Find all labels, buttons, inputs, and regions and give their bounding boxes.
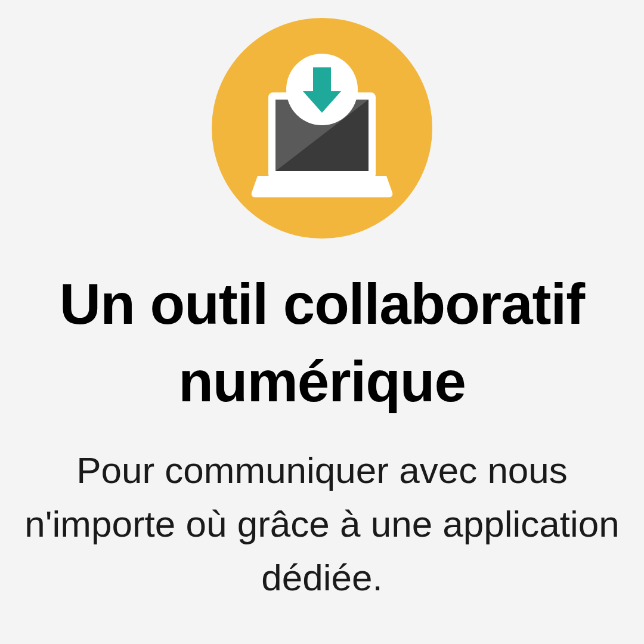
- heading: Un outil collaboratif numérique: [0, 265, 644, 420]
- svg-rect-4: [313, 67, 331, 92]
- description: Pour communiquer avec nous n'importe où …: [0, 444, 644, 605]
- laptop-download-icon: [209, 15, 435, 242]
